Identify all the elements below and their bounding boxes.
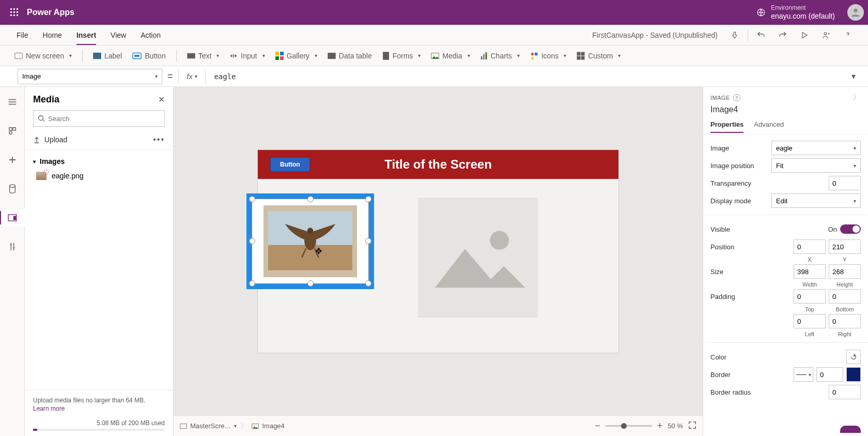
play-button[interactable] bbox=[794, 25, 815, 46]
width-input[interactable] bbox=[794, 264, 826, 279]
close-media-pane-button[interactable]: ✕ bbox=[158, 95, 165, 104]
visible-toggle[interactable] bbox=[840, 224, 861, 234]
media-button[interactable]: Media bbox=[426, 47, 475, 65]
resize-handle-w[interactable] bbox=[249, 238, 255, 244]
svg-point-40 bbox=[304, 232, 316, 250]
svg-rect-25 bbox=[481, 56, 482, 59]
insert-pane-button[interactable] bbox=[0, 122, 25, 140]
undo-button[interactable] bbox=[750, 25, 772, 46]
menu-home[interactable]: Home bbox=[36, 25, 69, 45]
learn-more-link[interactable]: Learn more bbox=[33, 405, 165, 412]
new-screen-button[interactable]: New screen bbox=[9, 47, 77, 65]
menu-insert[interactable]: Insert bbox=[69, 25, 103, 45]
feedback-button[interactable] bbox=[840, 426, 861, 433]
eagle-image bbox=[264, 205, 357, 277]
property-dropdown[interactable]: Image ▾ bbox=[18, 69, 162, 84]
breadcrumb-screen[interactable]: MasterScre… ▾ bbox=[180, 422, 237, 430]
custom-button[interactable]: Custom bbox=[571, 47, 626, 65]
resize-handle-s[interactable] bbox=[307, 280, 314, 287]
svg-rect-32 bbox=[577, 56, 580, 59]
formula-input[interactable] bbox=[211, 69, 843, 84]
transparency-input[interactable] bbox=[829, 176, 861, 190]
breadcrumb-control[interactable]: Image4 bbox=[252, 422, 284, 430]
svg-rect-5 bbox=[17, 11, 18, 13]
environment-picker[interactable]: Environment enayu.com (default) bbox=[756, 4, 835, 20]
resize-handle-nw[interactable] bbox=[249, 196, 255, 202]
tree-view-button[interactable] bbox=[0, 93, 25, 111]
zoom-slider[interactable] bbox=[606, 425, 652, 427]
data-table-button[interactable]: Data table bbox=[322, 47, 377, 65]
svg-point-24 bbox=[433, 54, 435, 55]
display-mode-select[interactable]: Edit▾ bbox=[771, 193, 861, 208]
color-reset-button[interactable] bbox=[846, 350, 861, 364]
padding-left-input[interactable] bbox=[794, 314, 826, 328]
selected-image-control[interactable]: ✥ bbox=[246, 193, 374, 289]
media-more-button[interactable]: ••• bbox=[153, 135, 165, 144]
forms-button[interactable]: Forms bbox=[377, 47, 426, 65]
border-width-input[interactable] bbox=[816, 367, 843, 382]
account-avatar[interactable] bbox=[847, 4, 864, 21]
svg-rect-33 bbox=[581, 56, 584, 59]
equals-sign: = bbox=[167, 71, 173, 82]
media-pane-button[interactable] bbox=[0, 209, 25, 227]
svg-rect-20 bbox=[280, 56, 284, 60]
add-button[interactable] bbox=[0, 151, 25, 169]
expand-pane-button[interactable]: 〉 bbox=[853, 92, 861, 103]
type-help-button[interactable]: ? bbox=[733, 94, 740, 101]
image-placeholder-control[interactable] bbox=[418, 198, 538, 318]
help-button[interactable] bbox=[837, 25, 859, 46]
x-input[interactable] bbox=[794, 239, 826, 254]
resize-handle-se[interactable] bbox=[365, 280, 371, 287]
advanced-tab[interactable]: Advanced bbox=[754, 121, 784, 132]
zoom-out-button[interactable]: − bbox=[595, 420, 600, 431]
media-item-eagle[interactable]: eagle.png bbox=[25, 168, 173, 184]
resize-handle-sw[interactable] bbox=[249, 280, 255, 287]
charts-button[interactable]: Charts bbox=[475, 47, 525, 65]
resize-handle-n[interactable] bbox=[307, 196, 314, 202]
media-footer-text: Upload media files no larger than 64 MB. bbox=[33, 397, 145, 404]
properties-tab[interactable]: Properties bbox=[710, 121, 743, 132]
image-position-select[interactable]: Fit▾ bbox=[771, 158, 861, 173]
image-select[interactable]: eagle▾ bbox=[771, 141, 861, 155]
label-button[interactable]: Label bbox=[88, 47, 127, 65]
control-name[interactable]: Image4 bbox=[710, 105, 861, 114]
resize-handle-ne[interactable] bbox=[365, 196, 371, 202]
height-input[interactable] bbox=[829, 264, 861, 279]
padding-bottom-input[interactable] bbox=[829, 289, 861, 304]
app-checker-button[interactable] bbox=[724, 25, 746, 46]
border-color-swatch[interactable] bbox=[846, 367, 861, 382]
menu-action[interactable]: Action bbox=[133, 25, 168, 45]
canvas-button-control[interactable]: Button bbox=[270, 157, 310, 172]
fit-to-window-button[interactable] bbox=[688, 421, 696, 431]
environment-value: enayu.com (default) bbox=[771, 12, 835, 21]
border-radius-input[interactable] bbox=[829, 385, 861, 399]
menu-view[interactable]: View bbox=[103, 25, 133, 45]
y-input[interactable] bbox=[829, 239, 861, 254]
media-search-input[interactable] bbox=[33, 110, 165, 127]
fx-button[interactable]: fx bbox=[184, 72, 200, 81]
icons-button[interactable]: Icons bbox=[525, 47, 571, 65]
menu-file[interactable]: File bbox=[9, 25, 36, 45]
screen-title-label[interactable]: Title of the Screen bbox=[384, 157, 492, 172]
upload-button[interactable]: Upload bbox=[33, 136, 67, 144]
resize-handle-e[interactable] bbox=[365, 238, 371, 244]
share-button[interactable] bbox=[815, 25, 837, 46]
zoom-in-button[interactable]: + bbox=[657, 420, 663, 431]
redo-button[interactable] bbox=[772, 25, 794, 46]
images-section-toggle[interactable]: ▾ Images bbox=[25, 155, 173, 168]
gallery-button[interactable]: Gallery bbox=[270, 47, 322, 65]
svg-point-11 bbox=[824, 32, 827, 35]
svg-point-42 bbox=[490, 231, 509, 250]
app-launcher-button[interactable] bbox=[4, 0, 25, 25]
padding-right-input[interactable] bbox=[829, 314, 861, 328]
advanced-tools-button[interactable] bbox=[0, 238, 25, 255]
border-style-select[interactable]: ▾ bbox=[794, 367, 813, 382]
text-button[interactable]: Text bbox=[182, 47, 225, 65]
input-button[interactable]: Input bbox=[224, 47, 270, 65]
app-canvas[interactable]: Button Title of the Screen bbox=[258, 150, 618, 353]
svg-point-41 bbox=[307, 228, 313, 234]
button-button[interactable]: Button bbox=[127, 47, 171, 65]
formula-expand-button[interactable]: ▾ bbox=[848, 71, 859, 81]
padding-top-input[interactable] bbox=[794, 289, 826, 304]
data-button[interactable] bbox=[0, 180, 25, 198]
